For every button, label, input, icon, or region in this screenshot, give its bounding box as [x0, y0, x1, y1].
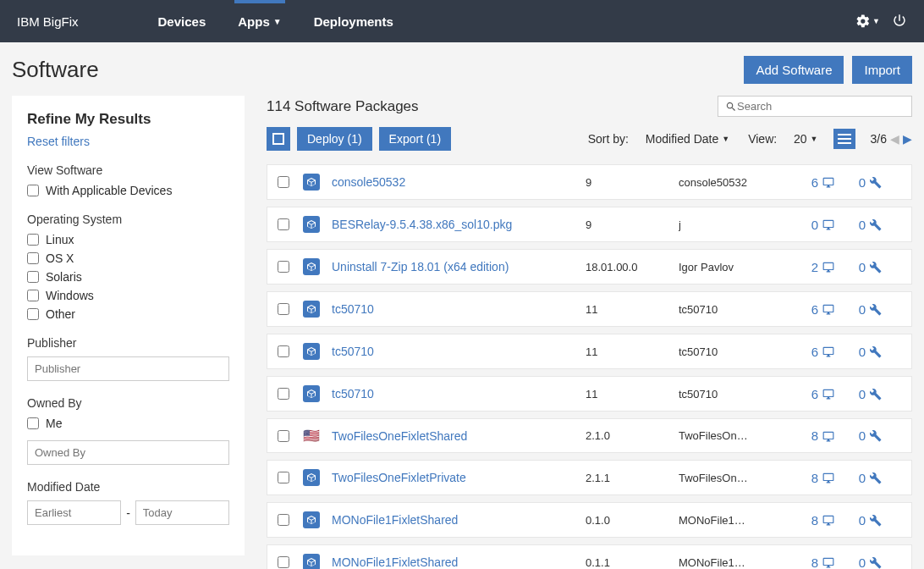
version-cell: 11 [586, 303, 679, 316]
package-icon [303, 174, 320, 191]
select-all-checkbox[interactable] [267, 127, 290, 151]
pager-prev-icon[interactable]: ◀ [890, 132, 899, 146]
owned-by-me-checkbox[interactable]: Me [27, 417, 229, 430]
nav-devices[interactable]: Devices [155, 2, 210, 41]
row-checkbox[interactable] [278, 472, 289, 483]
row-checkbox[interactable] [278, 430, 289, 442]
os-checkbox[interactable]: Linux [27, 233, 229, 246]
publisher-cell: j [679, 218, 789, 231]
publisher-cell: MONoFile1… [679, 556, 789, 569]
view-dropdown[interactable]: 20▼ [794, 132, 818, 146]
version-cell: 2.1.0 [586, 429, 679, 442]
search-icon [725, 101, 737, 113]
publisher-input[interactable] [27, 356, 229, 381]
nav-deployments[interactable]: Deployments [311, 2, 397, 41]
view-software-label: View Software [27, 163, 229, 177]
devices-count-link[interactable]: 6 [789, 387, 835, 401]
devices-count-link[interactable]: 8 [789, 555, 835, 570]
view-value: 20 [794, 132, 807, 146]
brand: IBM BigFix [17, 14, 79, 29]
tasks-count-link[interactable]: 0 [835, 513, 882, 528]
tasks-count-link[interactable]: 0 [835, 387, 882, 401]
devices-count-link[interactable]: 6 [789, 175, 835, 190]
list-view-icon[interactable] [833, 129, 855, 149]
version-cell: 11 [586, 345, 679, 358]
package-name-link[interactable]: BESRelay-9.5.4.38.x86_sol10.pkg [332, 218, 586, 231]
version-cell: 0.1.0 [586, 514, 679, 527]
filter-sidebar: Refine My Results Reset filters View Sof… [12, 96, 245, 555]
nav-items: Devices Apps▼ Deployments [155, 2, 397, 41]
owned-by-input[interactable] [27, 440, 229, 465]
os-checkbox[interactable]: Windows [27, 289, 229, 302]
version-cell: 2.1.1 [586, 472, 679, 484]
main-panel: 114 Software Packages Deploy (1) Export … [245, 96, 912, 569]
package-name-link[interactable]: TwoFilesOneFixletShared [332, 429, 586, 443]
export-button[interactable]: Export (1) [379, 127, 451, 151]
os-checkbox[interactable]: Other [27, 307, 229, 321]
tasks-count-link[interactable]: 0 [835, 175, 882, 190]
row-checkbox[interactable] [278, 176, 289, 188]
nav-apps-label: Apps [238, 14, 270, 29]
package-icon [303, 258, 320, 275]
date-earliest-input[interactable] [27, 500, 121, 525]
os-checkbox[interactable]: Solaris [27, 270, 229, 284]
tasks-count-link[interactable]: 0 [835, 260, 882, 274]
row-checkbox[interactable] [278, 388, 289, 400]
package-name-link[interactable]: console50532 [332, 175, 586, 189]
row-checkbox[interactable] [278, 345, 289, 357]
caret-down-icon: ▼ [872, 17, 880, 25]
table-row: tc5071011tc5071060 [267, 291, 912, 327]
row-checkbox[interactable] [278, 218, 289, 230]
table-row: Uninstall 7-Zip 18.01 (x64 edition)18.01… [267, 249, 912, 284]
package-name-link[interactable]: tc50710 [332, 345, 586, 358]
package-name-link[interactable]: tc50710 [332, 302, 586, 316]
date-today-input[interactable] [135, 500, 229, 525]
deploy-button[interactable]: Deploy (1) [297, 127, 372, 151]
row-checkbox[interactable] [278, 514, 289, 526]
with-applicable-devices-checkbox[interactable]: With Applicable Devices [27, 184, 229, 197]
sort-by-label: Sort by: [588, 132, 629, 146]
search-box[interactable] [718, 96, 912, 117]
devices-count-link[interactable]: 6 [789, 345, 835, 359]
package-name-link[interactable]: tc50710 [332, 387, 586, 401]
row-checkbox[interactable] [278, 303, 289, 315]
devices-count-link[interactable]: 2 [789, 260, 835, 274]
devices-count-link[interactable]: 6 [789, 302, 835, 317]
gear-icon[interactable]: ▼ [855, 14, 880, 29]
os-checkbox[interactable]: OS X [27, 251, 229, 265]
tasks-count-link[interactable]: 0 [835, 345, 882, 359]
package-name-link[interactable]: MONoFile1FixletShared [332, 555, 586, 569]
caret-down-icon: ▼ [273, 17, 282, 26]
table-row: console505329console5053260 [267, 164, 912, 200]
devices-count-link[interactable]: 8 [789, 513, 835, 528]
tasks-count-link[interactable]: 0 [835, 428, 882, 443]
devices-count-link[interactable]: 8 [789, 428, 835, 443]
pager-next-icon[interactable]: ▶ [903, 132, 912, 146]
sort-by-dropdown[interactable]: Modified Date▼ [646, 132, 729, 146]
count-a: 8 [811, 471, 818, 485]
nav-devices-label: Devices [158, 14, 206, 29]
package-name-link[interactable]: Uninstall 7-Zip 18.01 (x64 edition) [332, 260, 586, 273]
checkbox-label: With Applicable Devices [46, 184, 172, 197]
power-icon[interactable] [892, 13, 907, 30]
nav-apps[interactable]: Apps▼ [234, 2, 284, 41]
import-button[interactable]: Import [852, 56, 912, 84]
count-a: 8 [811, 428, 818, 443]
tasks-count-link[interactable]: 0 [835, 555, 882, 570]
reset-filters-link[interactable]: Reset filters [27, 135, 229, 148]
add-software-button[interactable]: Add Software [744, 56, 844, 84]
tasks-count-link[interactable]: 0 [835, 471, 882, 485]
row-checkbox[interactable] [278, 556, 289, 568]
count-a: 0 [811, 218, 818, 232]
row-checkbox[interactable] [278, 261, 289, 273]
version-cell: 0.1.1 [586, 556, 679, 569]
package-name-link[interactable]: MONoFile1FixletShared [332, 513, 586, 527]
search-input[interactable] [737, 100, 905, 113]
tasks-count-link[interactable]: 0 [835, 302, 882, 317]
tasks-count-link[interactable]: 0 [835, 218, 882, 232]
devices-count-link[interactable]: 0 [789, 218, 835, 232]
devices-count-link[interactable]: 8 [789, 471, 835, 485]
package-name-link[interactable]: TwoFilesOneFixletPrivate [332, 471, 586, 484]
nav-deployments-label: Deployments [314, 14, 393, 29]
version-cell: 18.01.00.0 [586, 261, 679, 273]
